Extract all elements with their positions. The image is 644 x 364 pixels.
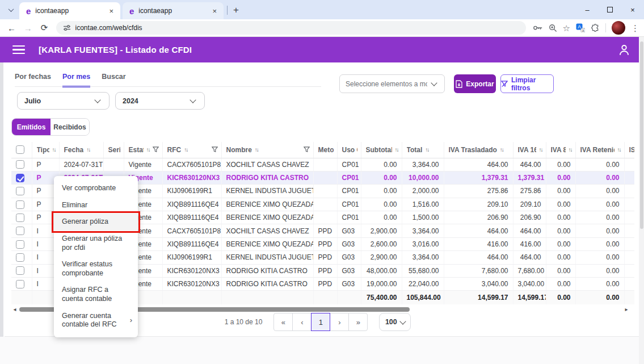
prev-page-button[interactable]: ‹	[292, 313, 312, 331]
column-header-subtotal[interactable]: Subtotal↑↓	[361, 142, 402, 158]
scroll-left-icon[interactable]: ◂	[11, 306, 18, 312]
column-header-tipo[interactable]: Tipo↑↓	[32, 142, 59, 158]
cell-is	[624, 237, 634, 250]
column-header-rfc[interactable]: RFC↑↓	[162, 142, 221, 158]
row-checkbox[interactable]	[16, 174, 24, 182]
browser-tab-active[interactable]: e icontaeapp ×	[19, 2, 120, 19]
sort-icon[interactable]: ↑↓	[184, 147, 187, 153]
row-checkbox[interactable]	[16, 280, 24, 288]
sort-icon[interactable]: ↑↓	[617, 147, 621, 153]
cell-metodo: PPD	[313, 237, 337, 250]
current-page-button[interactable]: 1	[311, 313, 330, 331]
row-checkbox[interactable]	[16, 240, 24, 249]
month-select[interactable]: Julio	[17, 92, 110, 110]
tab-buscar[interactable]: Buscar	[102, 73, 125, 87]
sort-icon[interactable]: ↑↓	[395, 147, 398, 153]
row-checkbox[interactable]	[16, 187, 24, 195]
first-page-button[interactable]: «	[273, 313, 293, 331]
close-window-button[interactable]: ×	[621, 0, 644, 19]
sort-icon[interactable]: ↑↓	[500, 147, 503, 153]
tabs-divider	[15, 86, 321, 87]
cell-is	[624, 264, 634, 277]
translate-icon[interactable]: Aa	[576, 23, 585, 32]
column-header-fecha[interactable]: Fecha↑↓	[59, 142, 103, 158]
table-row[interactable]: P2024-07-31TVigenteCACX7605101P8XOCHILT …	[11, 158, 634, 171]
filter-icon[interactable]	[304, 147, 310, 153]
next-page-button[interactable]: ›	[330, 313, 349, 331]
more-menu-icon[interactable]: ⋮	[631, 24, 639, 32]
context-menu-item[interactable]: Asignar RFC a cuenta contable	[54, 282, 138, 307]
address-bar[interactable]: icontae.com/web/cfdis	[56, 21, 526, 35]
column-header-estatus[interactable]: Estatus↑↓	[124, 142, 162, 158]
row-checkbox[interactable]	[16, 227, 24, 235]
new-tab-button[interactable]: +	[231, 5, 241, 16]
minimize-button[interactable]: –	[576, 0, 599, 19]
menu-item-label: Eliminar	[62, 201, 87, 209]
toggle-emitidos[interactable]: Emitidos	[12, 119, 50, 135]
context-menu-item[interactable]: Generar cuenta contable del RFC›	[54, 308, 138, 333]
column-header-metodo[interactable]: Metodo	[313, 142, 337, 158]
column-header-is[interactable]: IS	[624, 142, 634, 158]
context-menu-item[interactable]: Eliminar	[54, 197, 138, 214]
context-menu-item[interactable]: Verificar estatus comprobante	[54, 256, 138, 282]
tab-por-mes[interactable]: Por mes	[62, 73, 90, 87]
row-checkbox[interactable]	[16, 253, 24, 262]
close-tab-icon[interactable]: ×	[211, 7, 218, 15]
select-all-checkbox[interactable]	[16, 145, 24, 154]
hamburger-menu-icon[interactable]	[12, 45, 25, 55]
sort-icon[interactable]: ↑↓	[52, 147, 56, 153]
year-select[interactable]: 2024	[115, 92, 205, 110]
tab-search-button[interactable]	[3, 2, 18, 17]
column-header-iva8[interactable]: IVA 8↑↓	[546, 142, 575, 158]
toggle-recibidos[interactable]: Recibidos	[50, 119, 89, 135]
export-button[interactable]: Exportar	[454, 74, 496, 93]
zoom-icon[interactable]	[549, 24, 557, 32]
extensions-puzzle-icon[interactable]	[591, 23, 600, 32]
profile-avatar[interactable]	[612, 21, 625, 35]
row-checkbox[interactable]	[16, 214, 24, 222]
vertical-scrollbar-thumb[interactable]	[640, 41, 643, 229]
column-header-nombre[interactable]: Nombre↑↓	[221, 142, 313, 158]
sort-icon[interactable]: ↑↓	[425, 147, 428, 153]
browser-tab-inactive[interactable]: e icontaeapp ×	[123, 2, 224, 19]
column-header-uso[interactable]: Uso CFDI	[337, 142, 361, 158]
sort-icon[interactable]: ↑↓	[146, 147, 150, 153]
chevron-down-icon	[399, 318, 406, 324]
forward-button[interactable]: →	[21, 20, 35, 35]
column-header-total[interactable]: Total↑↓	[402, 142, 444, 158]
row-checkbox[interactable]	[16, 266, 24, 275]
last-page-button[interactable]: »	[348, 313, 368, 331]
sort-icon[interactable]: ↑↓	[539, 147, 542, 153]
filter-icon[interactable]	[212, 147, 218, 153]
context-menu: Ver comprobanteEliminarGenerar pólizaGen…	[54, 176, 138, 337]
back-button[interactable]: ←	[5, 20, 19, 35]
cell-metodo: PPD	[313, 251, 337, 264]
cell-uso: CP01	[337, 198, 361, 211]
sort-icon[interactable]: ↑↓	[569, 147, 572, 153]
filter-icon[interactable]	[153, 147, 159, 153]
bookmark-star-icon[interactable]: ☆	[563, 24, 570, 32]
context-menu-item[interactable]: Generar póliza	[54, 214, 138, 231]
vertical-scrollbar[interactable]	[639, 37, 644, 364]
close-tab-icon[interactable]: ×	[108, 7, 115, 15]
password-key-icon[interactable]	[533, 24, 543, 32]
sort-icon[interactable]: ↑↓	[255, 147, 258, 153]
row-checkbox[interactable]	[16, 160, 24, 169]
context-menu-item[interactable]: Ver comprobante	[54, 180, 138, 197]
user-account-button[interactable]	[617, 43, 632, 57]
clear-filters-button[interactable]: Limpiar filtros	[500, 74, 554, 93]
row-checkbox[interactable]	[16, 200, 24, 209]
row-checkbox-cell	[11, 171, 32, 184]
reload-button[interactable]: ⟳	[37, 20, 52, 35]
column-header-iva_tras[interactable]: IVA Trasladado↑↓	[444, 142, 513, 158]
column-header-iva16[interactable]: IVA 16↑↓	[513, 142, 546, 158]
columns-select[interactable]: Seleccione elementos a mos...	[339, 74, 445, 93]
column-header-iva_ret[interactable]: IVA Retenido↑↓	[575, 142, 624, 158]
sort-icon[interactable]: ↑↓	[86, 147, 90, 153]
context-menu-item[interactable]: Generar una póliza por cfdi	[54, 231, 138, 256]
column-header-serie[interactable]: Serie I	[103, 142, 124, 158]
tab-por-fechas[interactable]: Por fechas	[15, 73, 51, 87]
scroll-right-icon[interactable]: ▸	[623, 306, 630, 312]
page-size-select[interactable]: 100	[379, 313, 411, 331]
maximize-button[interactable]	[599, 0, 621, 19]
